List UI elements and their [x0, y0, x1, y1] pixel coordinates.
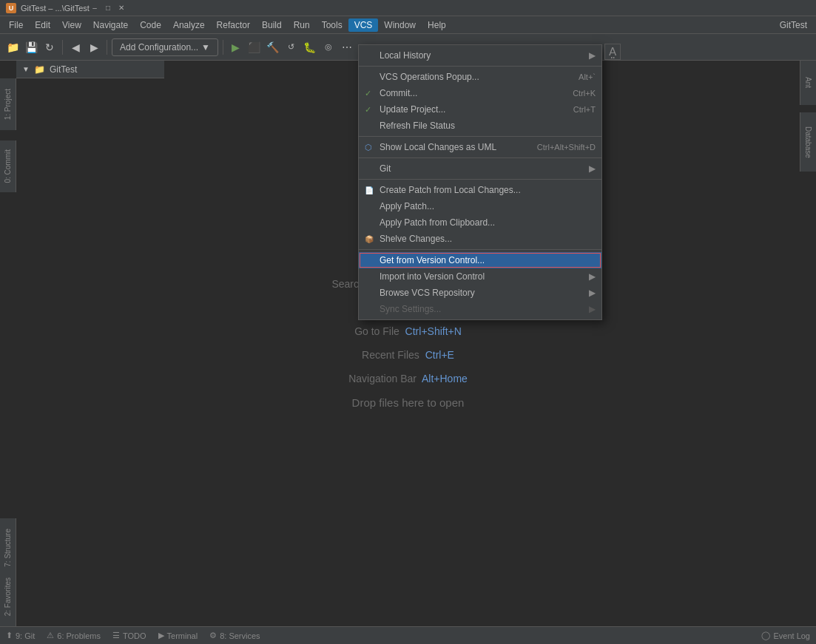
- sidebar-item-commit[interactable]: 0: Commit: [0, 140, 16, 192]
- ant-tab-label: Ant: [803, 72, 814, 92]
- menu-section-vcs-repo: Get from Version Control... Import into …: [359, 249, 601, 319]
- menu-refactor[interactable]: Refactor: [211, 18, 256, 32]
- status-event-log[interactable]: ◯ Event Log: [761, 631, 810, 640]
- uml-icon: ⬡: [365, 143, 372, 152]
- menu-item-sync-settings[interactable]: Sync Settings... ▶: [359, 301, 601, 317]
- translate-icon[interactable]: A̤: [604, 44, 621, 60]
- project-arrow-icon: ▼: [22, 65, 30, 73]
- menu-gitTest[interactable]: GitTest: [774, 18, 813, 32]
- commit-check-icon: ✓: [365, 89, 371, 98]
- rebuild-button[interactable]: ↺: [283, 39, 300, 55]
- favorites-tab-label: 2: Favorites: [2, 573, 13, 620]
- open-folder-button[interactable]: 📁: [4, 39, 21, 55]
- services-label: 8: Services: [220, 631, 260, 640]
- status-terminal[interactable]: ▶ Terminal: [158, 631, 198, 640]
- menu-item-refresh-file-status[interactable]: Refresh File Status: [359, 118, 601, 134]
- menu-bar: File Edit View Navigate Code Analyze Ref…: [0, 16, 816, 34]
- update-shortcut: Ctrl+T: [573, 105, 596, 114]
- menu-section-patch: 📄 Create Patch from Local Changes... App…: [359, 179, 601, 249]
- coverage-button[interactable]: ◎: [320, 39, 337, 55]
- add-config-dropdown-icon: ▼: [201, 42, 210, 52]
- sync-submenu-arrow: ▶: [589, 304, 596, 314]
- menu-item-show-local-changes-uml[interactable]: ⬡ Show Local Changes as UML Ctrl+Alt+Shi…: [359, 139, 601, 155]
- terminal-label: Terminal: [167, 631, 198, 640]
- menu-build[interactable]: Build: [256, 18, 288, 32]
- menu-code[interactable]: Code: [134, 18, 167, 32]
- menu-item-git[interactable]: Git ▶: [359, 160, 601, 177]
- menu-item-commit[interactable]: ✓ Commit... Ctrl+K: [359, 85, 601, 101]
- title-text: GitTest – ...\GitTest: [21, 4, 90, 13]
- menu-item-apply-patch[interactable]: Apply Patch...: [359, 198, 601, 214]
- menu-run[interactable]: Run: [288, 18, 316, 32]
- menu-vcs[interactable]: VCS: [348, 18, 379, 32]
- submenu-arrow-icon: ▶: [589, 50, 596, 61]
- menu-item-vcs-operations-popup[interactable]: VCS Operations Popup... Alt+`: [359, 69, 601, 85]
- menu-item-import-into-version-control[interactable]: Import into Version Control ▶: [359, 268, 601, 285]
- stop-button[interactable]: ⬛: [246, 39, 263, 55]
- project-title: GitTest: [50, 64, 77, 75]
- project-header[interactable]: ▼ 📁 GitTest: [16, 61, 164, 78]
- menu-item-update-project[interactable]: ✓ Update Project... Ctrl+T: [359, 101, 601, 118]
- refresh-button[interactable]: ↻: [41, 39, 58, 55]
- sidebar-item-favorites[interactable]: 2: Favorites: [0, 567, 16, 626]
- import-submenu-arrow: ▶: [589, 271, 596, 282]
- menu-item-apply-patch-clipboard[interactable]: Apply Patch from Clipboard...: [359, 214, 601, 231]
- uml-shortcut: Ctrl+Alt+Shift+D: [537, 143, 596, 152]
- status-todo[interactable]: ☰ TODO: [112, 631, 146, 640]
- project-icon: 📁: [34, 64, 45, 75]
- save-button[interactable]: 💾: [23, 39, 39, 55]
- todo-icon: ☰: [112, 631, 120, 640]
- git-label: 9: Git: [16, 631, 35, 640]
- maximize-button[interactable]: □: [103, 3, 113, 13]
- menu-section-history: Local History ▶: [359, 45, 601, 66]
- menu-help[interactable]: Help: [422, 18, 452, 32]
- app-icon: U: [6, 3, 16, 13]
- status-bar: ⬆ 9: Git ⚠ 6: Problems ☰ TODO ▶ Terminal…: [0, 626, 816, 644]
- browse-submenu-arrow: ▶: [589, 288, 596, 298]
- menu-window[interactable]: Window: [378, 18, 422, 32]
- title-bar: U GitTest – ...\GitTest – □ ✕: [0, 0, 816, 16]
- run-button[interactable]: ▶: [228, 39, 244, 55]
- menu-view[interactable]: View: [56, 18, 87, 32]
- git-submenu-arrow: ▶: [589, 163, 596, 174]
- structure-tab-label: 7: Structure: [2, 524, 13, 572]
- commit-shortcut: Ctrl+K: [573, 89, 596, 98]
- event-log-icon: ◯: [761, 631, 770, 640]
- minimize-button[interactable]: –: [90, 3, 100, 13]
- add-configuration-button[interactable]: Add Configuration... ▼: [112, 38, 218, 56]
- menu-section-vcs-ops: VCS Operations Popup... Alt+` ✓ Commit..…: [359, 66, 601, 136]
- menu-item-create-patch[interactable]: 📄 Create Patch from Local Changes...: [359, 182, 601, 198]
- recent-files-hint: Recent Files Ctrl+E: [362, 349, 454, 361]
- menu-item-get-from-version-control[interactable]: Get from Version Control...: [359, 252, 601, 268]
- shelve-icon: 📦: [365, 235, 374, 243]
- go-to-file-hint: Go to File Ctrl+Shift+N: [354, 325, 462, 337]
- debug-button[interactable]: 🐛: [302, 39, 318, 55]
- back-button[interactable]: ◀: [67, 39, 84, 55]
- more-button[interactable]: ⋯: [339, 39, 355, 55]
- menu-item-browse-vcs-repository[interactable]: Browse VCS Repository ▶: [359, 285, 601, 301]
- toolbar-separator-2: [107, 40, 107, 55]
- menu-section-git: Git ▶: [359, 157, 601, 179]
- event-log-label: Event Log: [773, 631, 810, 640]
- project-tab-label: 1: Project: [2, 84, 13, 124]
- sidebar-item-ant[interactable]: Ant: [800, 61, 816, 105]
- menu-item-local-history[interactable]: Local History ▶: [359, 47, 601, 64]
- menu-file[interactable]: File: [3, 18, 29, 32]
- sidebar-item-project[interactable]: 1: Project: [0, 78, 16, 130]
- problems-icon: ⚠: [47, 631, 54, 640]
- forward-button[interactable]: ▶: [86, 39, 102, 55]
- status-problems[interactable]: ⚠ 6: Problems: [47, 631, 101, 640]
- build-button[interactable]: 🔨: [265, 39, 281, 55]
- menu-analyze[interactable]: Analyze: [167, 18, 211, 32]
- close-button[interactable]: ✕: [116, 3, 127, 13]
- status-services[interactable]: ⚙ 8: Services: [209, 631, 260, 640]
- status-git[interactable]: ⬆ 9: Git: [6, 631, 35, 640]
- menu-edit[interactable]: Edit: [29, 18, 56, 32]
- sidebar-item-database[interactable]: Database: [800, 112, 816, 172]
- toolbar-separator-3: [223, 40, 223, 55]
- update-check-icon: ✓: [365, 105, 371, 115]
- drop-files-hint: Drop files here to open: [352, 396, 465, 409]
- menu-tools[interactable]: Tools: [316, 18, 348, 32]
- menu-item-shelve-changes[interactable]: 📦 Shelve Changes...: [359, 231, 601, 247]
- menu-navigate[interactable]: Navigate: [87, 18, 134, 32]
